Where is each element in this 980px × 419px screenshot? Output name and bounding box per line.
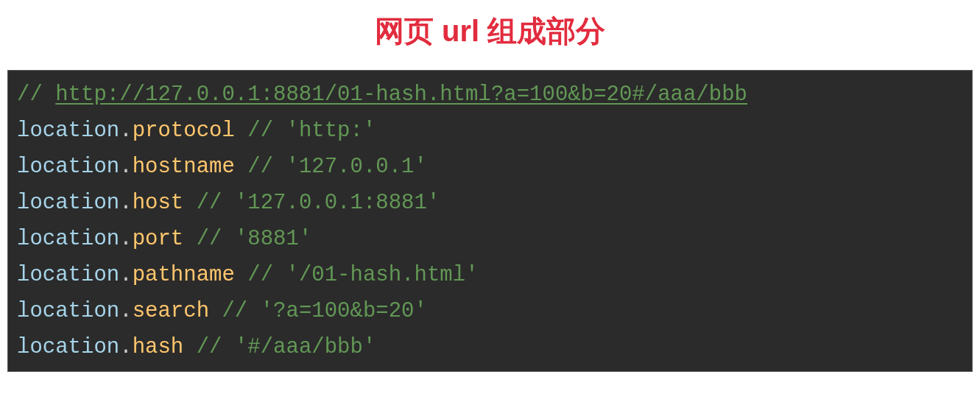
property-token: hostname [133,155,235,179]
dot-token: . [119,119,132,143]
inline-comment: // '?a=100&b=20' [209,299,427,323]
code-line: location.pathname // '/01-hash.html' [17,257,963,293]
inline-comment: // 'http:' [235,119,376,143]
dot-token: . [119,299,132,323]
code-line: location.protocol // 'http:' [17,113,963,149]
code-line: location.hash // '#/aaa/bbb' [17,329,963,365]
property-token: pathname [133,263,235,287]
object-token: location [17,263,119,287]
inline-comment: // '#/aaa/bbb' [183,335,376,359]
object-token: location [17,335,119,359]
code-block: // http://127.0.0.1:8881/01-hash.html?a=… [7,70,973,372]
code-line: location.host // '127.0.0.1:8881' [17,185,963,221]
property-token: host [133,191,184,215]
dot-token: . [119,227,132,251]
inline-comment: // '127.0.0.1' [235,155,427,179]
dot-token: . [119,335,132,359]
property-token: protocol [133,119,235,143]
code-line: location.hostname // '127.0.0.1' [17,149,963,185]
property-token: hash [133,335,184,359]
code-line-url: // http://127.0.0.1:8881/01-hash.html?a=… [17,77,963,113]
dot-token: . [119,191,132,215]
url-comment: http://127.0.0.1:8881/01-hash.html?a=100… [55,82,747,107]
code-line: location.search // '?a=100&b=20' [17,293,963,329]
document-container: 网页 url 组成部分 // http://127.0.0.1:8881/01-… [0,0,980,372]
object-token: location [17,227,119,251]
object-token: location [17,119,119,143]
inline-comment: // '127.0.0.1:8881' [183,191,440,215]
code-line: location.port // '8881' [17,221,963,257]
inline-comment: // '8881' [183,227,311,251]
property-token: port [133,227,184,251]
dot-token: . [119,155,132,179]
object-token: location [17,191,119,215]
inline-comment: // '/01-hash.html' [235,263,479,287]
object-token: location [17,155,119,179]
page-title: 网页 url 组成部分 [7,11,973,52]
object-token: location [17,299,119,323]
property-token: search [133,299,209,323]
comment-slashes: // [17,82,55,107]
dot-token: . [119,263,132,287]
